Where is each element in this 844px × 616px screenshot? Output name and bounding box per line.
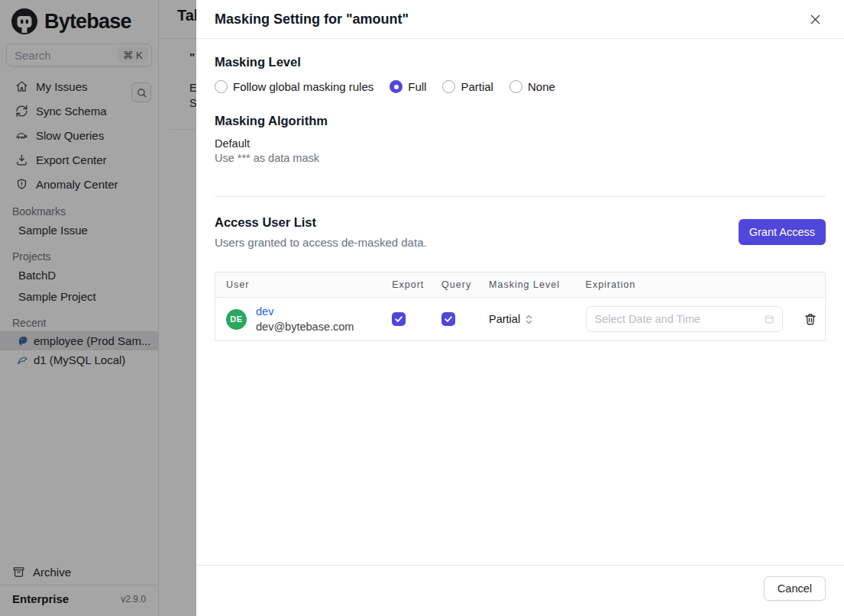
column-header-user: User <box>215 273 382 298</box>
masking-level-select[interactable]: Partial <box>489 313 533 326</box>
column-header-expiration: Expiration <box>575 273 783 298</box>
radio-label: None <box>528 80 555 93</box>
user-email: dev@bytebase.com <box>256 321 354 333</box>
dialog-header: Masking Setting for "amount" <box>196 0 844 39</box>
radio-label: Follow global masking rules <box>233 80 373 93</box>
user-identity: dev dev@bytebase.com <box>256 304 354 335</box>
column-header-masking-level: Masking Level <box>478 273 575 298</box>
access-user-list-header: Access User List Users granted to access… <box>215 215 826 249</box>
masking-level-heading: Masking Level <box>215 55 826 69</box>
dialog-title: Masking Setting for "amount" <box>215 11 409 27</box>
masking-level-radio-group: Follow global masking rules Full Partial… <box>215 80 826 93</box>
radio-option-partial[interactable]: Partial <box>442 80 493 93</box>
trash-icon <box>804 312 817 326</box>
masking-algorithm-description: Use *** as data mask <box>215 152 826 164</box>
radio-icon <box>215 80 228 93</box>
access-user-list-heading: Access User List <box>215 215 427 230</box>
dialog-footer: Cancel <box>196 565 844 616</box>
close-icon <box>808 12 823 27</box>
check-icon <box>394 314 403 324</box>
radio-icon <box>509 80 522 93</box>
avatar: DE <box>226 309 247 330</box>
calendar-icon <box>763 313 775 325</box>
masking-algorithm-name: Default <box>215 137 826 150</box>
column-header-export: Export <box>381 273 431 298</box>
column-header-query: Query <box>431 273 478 298</box>
dialog-body: Masking Level Follow global masking rule… <box>196 39 844 565</box>
radio-option-full[interactable]: Full <box>390 80 426 93</box>
expiration-input[interactable] <box>586 306 783 332</box>
table-header-row: User Export Query Masking Level Expirati… <box>215 273 826 298</box>
grant-access-button[interactable]: Grant Access <box>739 219 826 245</box>
radio-label: Full <box>408 80 426 93</box>
cancel-button[interactable]: Cancel <box>764 576 826 601</box>
radio-option-follow-global[interactable]: Follow global masking rules <box>215 80 373 93</box>
radio-icon-selected <box>390 80 403 93</box>
close-button[interactable] <box>807 11 824 28</box>
masking-setting-dialog: Masking Setting for "amount" Masking Lev… <box>196 0 844 616</box>
radio-label: Partial <box>461 80 493 93</box>
masking-algorithm-heading: Masking Algorithm <box>215 114 826 128</box>
divider <box>215 196 826 197</box>
chevron-updown-icon <box>525 313 533 326</box>
export-checkbox[interactable] <box>392 312 406 326</box>
delete-row-button[interactable] <box>801 310 820 328</box>
masking-level-value: Partial <box>489 313 520 325</box>
user-name-link[interactable]: dev <box>256 304 354 319</box>
radio-icon <box>442 80 455 93</box>
access-user-list-text: Access User List Users granted to access… <box>215 215 427 249</box>
table-row: DE dev dev@bytebase.com <box>215 298 826 341</box>
check-icon <box>444 314 453 324</box>
column-header-actions <box>783 273 826 298</box>
expiration-date-input[interactable] <box>595 313 763 325</box>
access-user-table: User Export Query Masking Level Expirati… <box>215 272 826 341</box>
radio-option-none[interactable]: None <box>509 80 555 93</box>
access-user-list-subtitle: Users granted to access de-masked data. <box>215 236 427 249</box>
user-cell: DE dev dev@bytebase.com <box>226 304 381 335</box>
query-checkbox[interactable] <box>441 312 455 326</box>
